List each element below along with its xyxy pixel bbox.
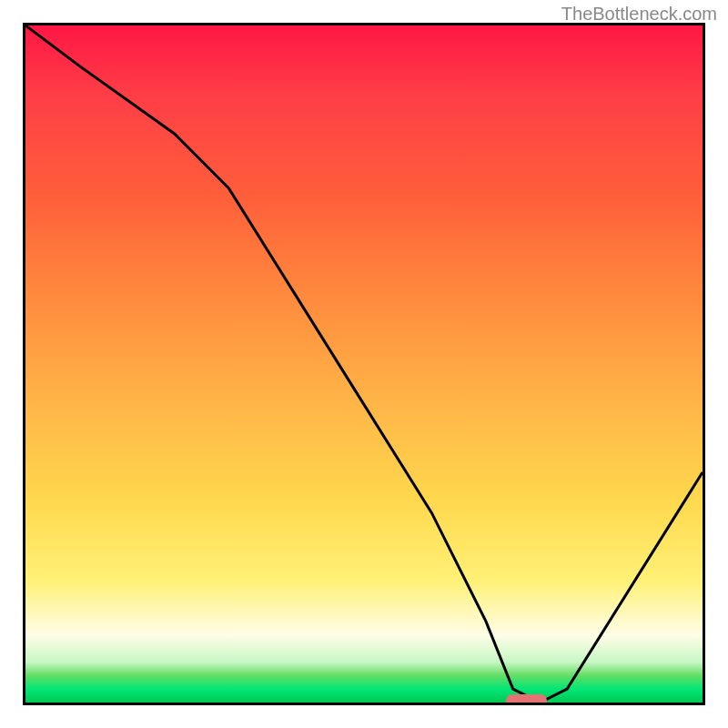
plot-area [23,23,705,705]
watermark-text: TheBottleneck.com [561,4,717,25]
chart-container: TheBottleneck.com [0,0,728,728]
bottleneck-curve [25,25,703,703]
optimal-marker [506,694,547,705]
